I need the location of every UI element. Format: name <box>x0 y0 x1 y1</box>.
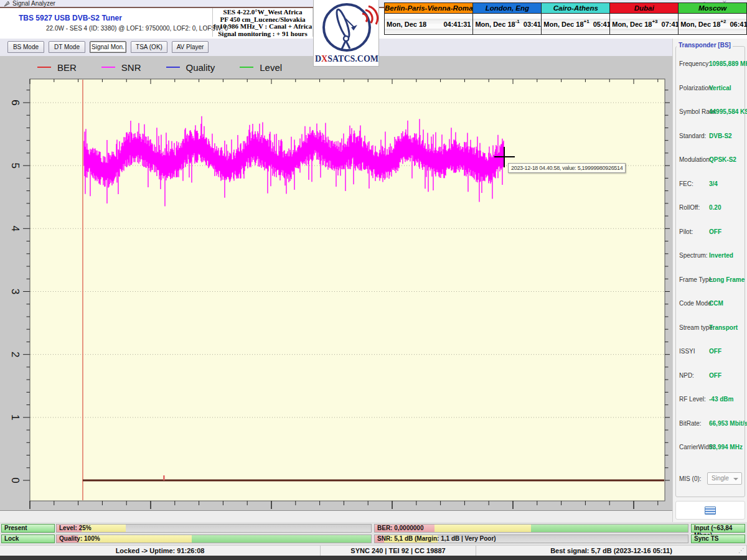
transponder-field-value: OFF <box>709 348 721 355</box>
mis-value: Single <box>712 475 729 482</box>
transponder-field-value: Vertical <box>709 85 731 91</box>
clock-city-label: London, Eng <box>473 3 541 14</box>
transponder-field-label: Standard: <box>679 133 706 139</box>
transponder-field-value: QPSK-S2 <box>709 156 736 163</box>
transponder-field-label: FEC: <box>679 180 693 187</box>
input-badge: Input (~63,84 Mbps) <box>691 524 745 533</box>
transponder-field-value: 10985,889 MHz <box>709 60 747 67</box>
clock-time: 05:41 <box>593 21 611 28</box>
tuner-title: TBS 5927 USB DVB-S2 Tuner <box>19 14 122 22</box>
clock-utc-offset: +1 <box>584 19 590 24</box>
status-bar: Locked -> Uptime: 91:26:08SYNC 240 | TEI… <box>0 545 747 556</box>
transponder-field-value: Long Frame <box>709 276 745 283</box>
y-axis-tick-label: 1 <box>9 414 21 420</box>
transponder-field-value: OFF <box>709 372 721 379</box>
transponder-field-label: Polarization: <box>679 85 713 91</box>
clock-date: Mon, Dec 18 <box>543 21 583 28</box>
transponder-field-label: ISSYI <box>679 348 695 355</box>
clock-dubai: DubaiMon, Dec 18+307:41 <box>610 2 679 35</box>
clock-cairo: Cairo-AthensMon, Dec 18+105:41 <box>542 2 610 35</box>
y-axis-tick-label: 4 <box>9 226 21 231</box>
world-clocks: Berlin-Paris-Vienna-RomaMon, Dec 1804:41… <box>384 2 747 35</box>
status-section-0: Locked -> Uptime: 91:26:08 <box>0 546 321 556</box>
clock-date: Mon, Dec 18 <box>387 21 426 28</box>
info-line: SES 4-22.0°W_West Africa <box>213 9 312 16</box>
transponder-field-label: RF Level: <box>679 396 706 403</box>
clock-date: Mon, Dec 18 <box>612 21 652 28</box>
status-section-2: Best signal: 5,7 dB (2023-12-16 05:11) <box>476 546 747 556</box>
transponder-field-label: RollOff: <box>679 204 700 211</box>
disk-icon <box>705 506 716 515</box>
meter-label: Quality: 100% <box>59 535 100 542</box>
meter-label: BER: 0,0000000 <box>377 525 424 531</box>
clock-body: Mon, Dec 18+307:41 <box>610 14 678 34</box>
clock-city-label: Moscow <box>679 3 746 14</box>
mis-dropdown[interactable]: Single <box>707 472 742 485</box>
clock-utc-offset: +3 <box>652 19 657 24</box>
ber-spike <box>163 475 164 480</box>
y-axis-tick-label: 6 <box>9 100 21 105</box>
transponder-field-label: Frequency: <box>679 60 710 67</box>
clock-berlin: Berlin-Paris-Vienna-RomaMon, Dec 1804:41… <box>384 2 473 35</box>
clock-body: Mon, Dec 18+105:41 <box>542 14 609 34</box>
clock-date: Mon, Dec 18 <box>475 21 515 28</box>
window-title: Signal Analyzer <box>12 0 55 7</box>
y-axis-tick-label: 2 <box>9 352 21 357</box>
ber-meter: BER: 0,0000000 <box>374 524 688 533</box>
clock-date: Mon, Dec 18 <box>680 21 720 28</box>
lock-badge: Lock <box>1 534 55 543</box>
transponder-field-label: Spectrum: <box>679 252 708 259</box>
transponder-field-value: 44995,584 KS/s <box>709 108 747 115</box>
transponder-field-value: Transport <box>709 324 738 331</box>
y-axis-tick-label: 5 <box>9 162 21 168</box>
chart-tooltip: 2023-12-18 04.40.58, value: 5,1999998092… <box>508 163 626 173</box>
transponder-field-label: Pilot: <box>679 228 693 235</box>
clock-utc-offset: +2 <box>720 19 726 24</box>
signal-chart[interactable]: BERSNRQualityLevel 2023-12-18 04.40.58, … <box>0 56 672 510</box>
transponder-field-value: 53,994 MHz <box>709 444 743 450</box>
tab-signal-mon-[interactable]: Signal Mon. <box>90 41 126 53</box>
y-axis-tick-label: 0 <box>9 477 21 483</box>
clock-time: 06:41 <box>730 21 747 28</box>
panel-action-button[interactable] <box>675 501 745 520</box>
level-meter: Level: 25% <box>56 524 372 533</box>
clock-city-label: Berlin-Paris-Vienna-Roma <box>385 3 472 14</box>
monitoring-info-box: SES 4-22.0°W_West AfricaPF 450 cm_Lucene… <box>212 8 313 37</box>
resize-grip[interactable]: ⋰ <box>738 547 746 554</box>
present-badge: Present <box>1 524 55 533</box>
clock-time: 04:41:31 <box>443 21 471 28</box>
chart-canvas[interactable]: 0123456 <box>0 56 672 510</box>
transponder-panel: Transponder [BS] Frequency:10985,889 MHz… <box>672 39 747 522</box>
info-line: Signal monitoring : + 91 hours <box>213 30 312 38</box>
app-icon <box>4 1 10 7</box>
clock-moscow: MoscowMon, Dec 18+206:41 <box>679 2 747 35</box>
tab-dt-mode[interactable]: DT Mode <box>49 41 85 53</box>
transponder-field-value: -43 dBm <box>709 396 733 403</box>
chart-bottom-strip <box>0 510 672 522</box>
transponder-field-value: 3/4 <box>709 180 718 187</box>
meter-segments <box>57 525 371 532</box>
clock-time: 07:41 <box>662 21 679 28</box>
tab-av-player[interactable]: AV Player <box>172 41 209 53</box>
transponder-field-value: Inverted <box>709 252 733 259</box>
transponder-title: Transponder [BS] <box>677 42 733 49</box>
meter-segment-green <box>531 525 688 532</box>
clock-city-label: Cairo-Athens <box>542 3 609 14</box>
transponder-field-value: CCM <box>709 300 723 307</box>
sync-ts-badge: Sync TS <box>691 534 745 543</box>
tuner-subtitle: 22.0W - SES 4 (ID: 3380) @ LOF1: 9750000… <box>46 25 228 32</box>
status-section-1: SYNC 240 | TEI 92 | CC 19887 <box>321 546 476 556</box>
clock-body: Mon, Dec 1804:41:31 <box>385 14 472 34</box>
clock-city-label: Dubai <box>610 3 678 14</box>
tab-bs-mode[interactable]: BS Mode <box>7 41 44 53</box>
snr-meter: SNR: 5,1 dB (Margin: 1,1 dB | Very Poor) <box>374 534 688 543</box>
transponder-field-label: BitRate: <box>679 420 702 427</box>
mis-label: MIS (0): <box>679 475 702 482</box>
logo-text: DXSATCS.COM <box>315 54 378 63</box>
meter-label: Level: 25% <box>59 525 92 531</box>
transponder-field-value: 0.20 <box>709 204 721 211</box>
meter-segment-green <box>192 535 371 543</box>
tab-tsa-ok-[interactable]: TSA (OK) <box>131 41 167 53</box>
chevron-down-icon <box>733 478 738 480</box>
transponder-field-label: NPD: <box>679 372 694 379</box>
